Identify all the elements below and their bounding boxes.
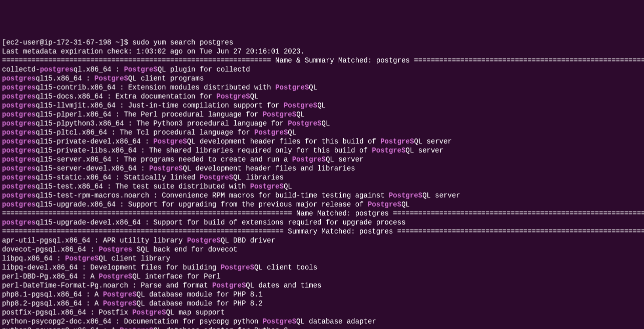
pkg-contrib: postgresql15-contrib.x86_64 : Extension … bbox=[2, 83, 642, 92]
pkg-pltcl: postgresql15-pltcl.x86_64 : The Tcl proc… bbox=[2, 128, 642, 137]
pkg-upgrade-devel: postgresql15-upgrade-devel.x86_64 : Supp… bbox=[2, 218, 642, 227]
pkg-python3-psycopg2: python3-psycopg2.x86_64 : A PostgreSQL d… bbox=[2, 326, 642, 329]
pkg-test-rpm-macros: postgresql15-test-rpm-macros.noarch : Co… bbox=[2, 191, 642, 200]
pkg-collectd: collectd-postgresql.x86_64 : PostgreSQL … bbox=[2, 65, 642, 74]
pkg-llvmjit: postgresql15-llvmjit.x86_64 : Just-in-ti… bbox=[2, 101, 642, 110]
pkg-server-devel: postgresql15-server-devel.x86_64 : Postg… bbox=[2, 164, 642, 173]
pkg-libpq-devel: libpq-devel.x86_64 : Development files f… bbox=[2, 263, 642, 272]
pkg-server: postgresql15-server.x86_64 : The program… bbox=[2, 155, 642, 164]
pkg-private-devel: postgresql15-private-devel.x86_64 : Post… bbox=[2, 137, 642, 146]
pkg-docs: postgresql15-docs.x86_64 : Extra documen… bbox=[2, 92, 642, 101]
pkg-plperl: postgresql15-plperl.x86_64 : The Perl pr… bbox=[2, 110, 642, 119]
pkg-apr-util-pgsql: apr-util-pgsql.x86_64 : APR utility libr… bbox=[2, 236, 642, 245]
terminal-output[interactable]: [ec2-user@ip-172-31-67-198 ~]$ sudo yum … bbox=[2, 38, 642, 329]
pkg-perl-datetime-format-pg: perl-DateTime-Format-Pg.noarch : Parse a… bbox=[2, 281, 642, 290]
pkg-libpq: libpq.x86_64 : PostgreSQL client library bbox=[2, 254, 642, 263]
prompt-line: [ec2-user@ip-172-31-67-198 ~]$ sudo yum … bbox=[2, 38, 642, 47]
pkg-postfix-pgsql: postfix-pgsql.x86_64 : Postfix PostgreSQ… bbox=[2, 308, 642, 317]
pkg-private-libs: postgresql15-private-libs.x86_64 : The s… bbox=[2, 146, 642, 155]
pkg-static: postgresql15-static.x86_64 : Statically … bbox=[2, 173, 642, 182]
pkg-postgresql15: postgresql15.x86_64 : PostgreSQL client … bbox=[2, 74, 642, 83]
metadata-line: Last metadata expiration check: 1:03:02 … bbox=[2, 47, 642, 56]
pkg-upgrade: postgresql15-upgrade.x86_64 : Support fo… bbox=[2, 200, 642, 209]
section-header-summary: ========================================… bbox=[2, 227, 642, 236]
pkg-plpython3: postgresql15-plpython3.x86_64 : The Pyth… bbox=[2, 119, 642, 128]
section-header-name-summary: ========================================… bbox=[2, 56, 642, 65]
pkg-python-psycopg2-doc: python-psycopg2-doc.x86_64 : Documentati… bbox=[2, 317, 642, 326]
section-header-name: ========================================… bbox=[2, 209, 642, 218]
pkg-test: postgresql15-test.x86_64 : The test suit… bbox=[2, 182, 642, 191]
pkg-perl-dbd-pg: perl-DBD-Pg.x86_64 : A PostgreSQL interf… bbox=[2, 272, 642, 281]
pkg-php82-pgsql: php8.2-pgsql.x86_64 : A PostgreSQL datab… bbox=[2, 299, 642, 308]
pkg-php81-pgsql: php8.1-pgsql.x86_64 : A PostgreSQL datab… bbox=[2, 290, 642, 299]
pkg-dovecot-pgsql: dovecot-pgsql.x86_64 : Postgres SQL back… bbox=[2, 245, 642, 254]
